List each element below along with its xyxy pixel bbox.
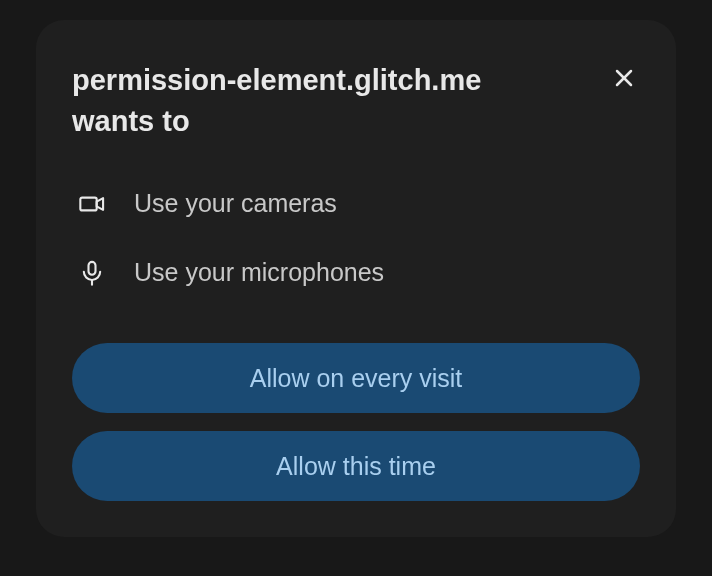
close-button[interactable] (608, 62, 640, 97)
permission-list: Use your cameras Use your microphones (72, 189, 640, 287)
close-icon (612, 66, 636, 93)
permission-row: Use your microphones (78, 258, 640, 287)
svg-rect-2 (80, 197, 96, 210)
permission-dialog: permission-element.glitch.me wants to Us… (36, 20, 676, 537)
dialog-title: permission-element.glitch.me wants to (72, 60, 552, 141)
svg-rect-3 (89, 262, 96, 275)
dialog-origin: permission-element.glitch.me (72, 64, 481, 96)
allow-every-visit-button[interactable]: Allow on every visit (72, 343, 640, 413)
permission-row: Use your cameras (78, 189, 640, 218)
dialog-title-suffix: wants to (72, 105, 190, 137)
microphone-icon (78, 259, 106, 287)
permission-label: Use your cameras (134, 189, 337, 218)
camera-icon (78, 190, 106, 218)
dialog-header: permission-element.glitch.me wants to (72, 60, 640, 141)
button-group: Allow on every visit Allow this time (72, 343, 640, 501)
permission-label: Use your microphones (134, 258, 384, 287)
allow-this-time-button[interactable]: Allow this time (72, 431, 640, 501)
